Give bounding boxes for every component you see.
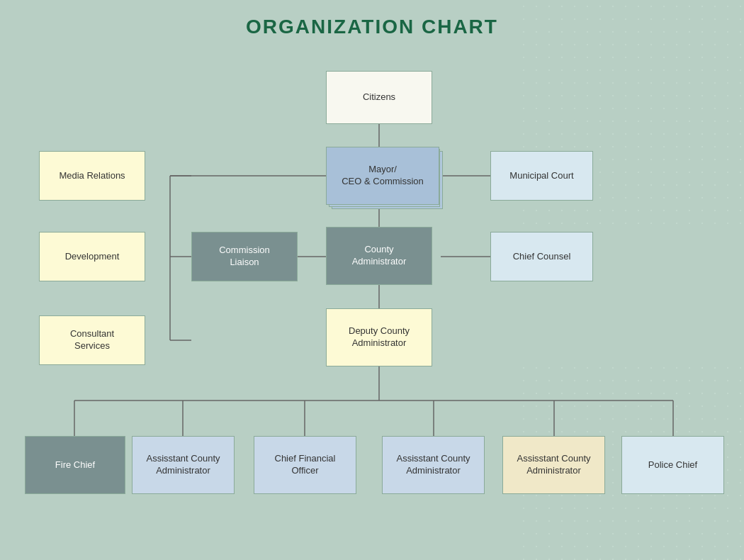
development-box: Development — [39, 232, 145, 281]
chief-counsel-box: Chief Counsel — [490, 232, 593, 281]
police-chief-box: Police Chief — [621, 436, 724, 494]
cfo-box: Chief Financial Officer — [254, 436, 356, 494]
municipal-court-box: Municipal Court — [490, 151, 593, 201]
asst-admin-3-box: Assisstant County Administrator — [502, 436, 605, 494]
commission-liaison-box: Commission Liaison — [191, 232, 298, 281]
media-relations-box: Media Relations — [39, 151, 145, 201]
asst-admin-2-box: Assisstant County Administrator — [382, 436, 485, 494]
citizens-box: Citizens — [326, 71, 432, 124]
county-administrator-box: County Administrator — [326, 227, 432, 285]
mayor-box: Mayor/ CEO & Commission — [326, 147, 439, 205]
asst-admin-1-box: Assisstant County Administrator — [132, 436, 235, 494]
deputy-county-admin-box: Deputy County Administrator — [326, 308, 432, 366]
consultant-services-box: Consultant Services — [39, 315, 145, 365]
fire-chief-box: Fire Chief — [25, 436, 125, 494]
page-title: ORGANIZATION CHART — [0, 0, 744, 38]
